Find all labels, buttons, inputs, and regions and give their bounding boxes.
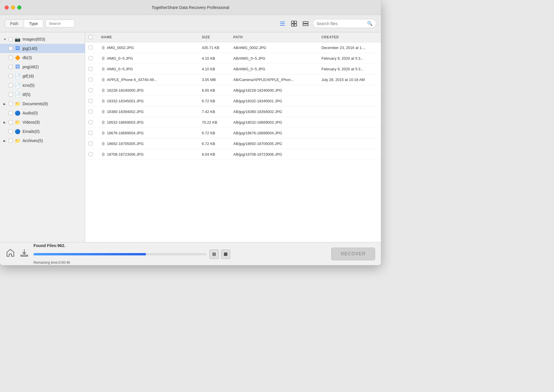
col-header-created: CREATED	[318, 32, 381, 42]
row-checkbox-1[interactable]	[89, 56, 93, 60]
icns-icon: 📄	[14, 82, 21, 88]
cell-created-6	[318, 106, 381, 117]
sidebar-label-documents: Documents(9)	[23, 101, 48, 106]
svg-rect-12	[214, 252, 216, 256]
fullscreen-button[interactable]	[17, 5, 21, 10]
download-button[interactable]	[20, 248, 29, 259]
header-checkbox[interactable]	[89, 35, 93, 39]
cell-path-9: AB/jpg/18692-18705005.JPG	[230, 138, 318, 149]
cell-name-1: 🗑#IMG_0~5.JPG	[98, 53, 199, 64]
trash-icon-6: 🗑	[101, 109, 105, 114]
sidebar-item-audio[interactable]: 🔵 Audio(0)	[0, 108, 85, 118]
search-files-input[interactable]	[317, 21, 367, 26]
minimize-button[interactable]	[11, 5, 15, 10]
search-icon: 🔍	[367, 21, 373, 26]
status-info: Found Files:962. Remaining tim	[33, 243, 327, 265]
col-header-size: SIZE	[199, 32, 230, 42]
cell-name-3: 🗑APPLE_iPhone 6_43740-49...	[98, 74, 199, 85]
cell-name-6: 🗑18380-18394002.JPG	[98, 106, 199, 117]
cell-size-5: 6.72 KB	[199, 96, 230, 106]
row-checkbox-9[interactable]	[89, 142, 93, 146]
stop-button[interactable]	[221, 250, 230, 259]
close-button[interactable]	[5, 5, 9, 10]
recover-button[interactable]: RECOVER	[331, 248, 375, 260]
expand-arrow-videos: ▶	[3, 121, 7, 124]
archives-icon: 📁	[14, 137, 21, 144]
list-icon	[279, 20, 286, 27]
cell-size-8: 6.72 KB	[199, 128, 230, 138]
cell-name-7: 🗑18532-18669003.JPG	[98, 117, 199, 128]
sidebar-label-videos: Videos(9)	[23, 120, 40, 125]
list-view-button[interactable]	[278, 19, 287, 29]
tab-type[interactable]: Type	[24, 20, 43, 28]
main-layout: ▼ 📷 Images(653) 🖼 jpg(140) 🔶 db(3) 🖼 png…	[0, 32, 381, 242]
trash-icon-0: 🗑	[101, 45, 105, 50]
sidebar-item-emails[interactable]: 🔵 Emails(0)	[0, 127, 85, 136]
cell-created-9	[318, 138, 381, 149]
cell-size-6: 7.42 KB	[199, 106, 230, 117]
trash-icon-2: 🗑	[101, 67, 105, 71]
checkbox-videos[interactable]	[9, 120, 13, 124]
remaining-time-label: Remaining time:0:00:46	[33, 261, 327, 265]
sidebar-item-icns[interactable]: 📄 icns(5)	[0, 81, 85, 90]
sidebar-item-tif[interactable]: 📄 tif(5)	[0, 90, 85, 99]
sidebar-label-images: Images(653)	[23, 37, 45, 42]
expand-arrow-archives: ▶	[3, 139, 7, 142]
row-checkbox-0[interactable]	[89, 46, 93, 50]
sidebar-item-videos[interactable]: ▶ 📁 Videos(9)	[0, 118, 85, 127]
checkbox-jpg[interactable]	[9, 46, 13, 50]
row-checkbox-6[interactable]	[89, 110, 93, 114]
grid-view-button[interactable]	[289, 19, 299, 29]
tab-path[interactable]: Path	[5, 20, 24, 28]
search-input[interactable]	[46, 20, 74, 27]
row-checkbox-2[interactable]	[89, 67, 93, 71]
cell-path-4: AB/jpg/18228-18240000.JPG	[230, 85, 318, 96]
row-checkbox-3[interactable]	[89, 78, 93, 82]
row-checkbox-10[interactable]	[89, 152, 93, 156]
checkbox-images[interactable]	[9, 37, 13, 41]
row-checkbox-7[interactable]	[89, 120, 93, 124]
row-checkbox-8[interactable]	[89, 131, 93, 135]
checkbox-png[interactable]	[9, 65, 13, 69]
sidebar-item-images[interactable]: ▼ 📷 Images(653)	[0, 35, 85, 44]
traffic-lights	[5, 5, 21, 10]
checkbox-tif[interactable]	[9, 93, 13, 97]
sidebar-item-db[interactable]: 🔶 db(3)	[0, 53, 85, 62]
checkbox-gif[interactable]	[9, 74, 13, 78]
pause-icon	[212, 252, 216, 256]
sidebar: ▼ 📷 Images(653) 🖼 jpg(140) 🔶 db(3) 🖼 png…	[0, 32, 85, 242]
table-row: 🗑18676-18689004.JPG 6.72 KB AB/jpg/18676…	[85, 128, 381, 138]
pause-button[interactable]	[209, 250, 219, 259]
cell-path-3: AB/Camera/APPLE/APPLE_iPhon...	[230, 74, 318, 85]
svg-rect-4	[294, 21, 297, 23]
filmstrip-view-button[interactable]	[301, 19, 310, 29]
checkbox-emails[interactable]	[9, 129, 13, 133]
checkbox-archives[interactable]	[9, 139, 13, 143]
checkbox-documents[interactable]	[9, 102, 13, 106]
checkbox-audio[interactable]	[9, 111, 13, 115]
sidebar-label-tif: tif(5)	[23, 92, 31, 97]
cell-size-7: 70.22 KB	[199, 117, 230, 128]
checkbox-db[interactable]	[9, 56, 13, 60]
jpg-icon: 🖼	[14, 45, 21, 52]
cell-path-1: AB/#IMG_0~5.JPG	[230, 53, 318, 64]
filmstrip-icon	[302, 20, 309, 27]
table-row: 🗑18708-18723006.JPG 8.04 KB AB/jpg/18708…	[85, 149, 381, 160]
cell-size-3: 3.05 MB	[199, 74, 230, 85]
row-checkbox-4[interactable]	[89, 88, 93, 92]
cell-name-9: 🗑18692-18705005.JPG	[98, 138, 199, 149]
search-box: 🔍	[313, 19, 376, 28]
titlebar: TogetherShare Data Recovery Professional	[0, 0, 381, 15]
sidebar-item-gif[interactable]: 📄 gif(18)	[0, 71, 85, 81]
home-button[interactable]	[6, 248, 15, 259]
sidebar-item-jpg[interactable]: 🖼 jpg(140)	[0, 44, 85, 53]
videos-icon: 📁	[14, 119, 21, 125]
gif-icon: 📄	[14, 73, 21, 79]
row-checkbox-5[interactable]	[89, 99, 93, 103]
sidebar-label-db: db(3)	[23, 55, 32, 60]
sidebar-item-png[interactable]: 🖼 png(482)	[0, 62, 85, 71]
home-icon	[6, 248, 15, 257]
checkbox-icns[interactable]	[9, 83, 13, 87]
sidebar-item-documents[interactable]: ▶ 📁 Documents(9)	[0, 99, 85, 108]
sidebar-item-archives[interactable]: ▶ 📁 Archives(5)	[0, 136, 85, 145]
